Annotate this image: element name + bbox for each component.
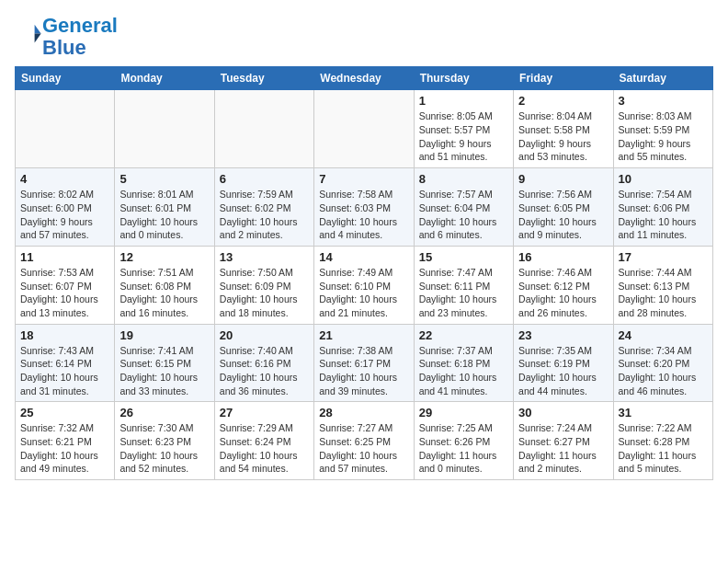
calendar-cell — [214, 90, 313, 168]
day-number: 15 — [419, 250, 508, 264]
svg-marker-1 — [35, 34, 41, 43]
calendar-cell: 7Sunrise: 7:58 AMSunset: 6:03 PMDaylight… — [314, 168, 414, 247]
calendar-cell — [314, 90, 414, 168]
calendar-cell: 2Sunrise: 8:04 AMSunset: 5:58 PMDaylight… — [514, 90, 613, 168]
day-number: 3 — [619, 94, 708, 108]
cell-content: Sunrise: 7:50 AMSunset: 6:09 PMDaylight:… — [220, 266, 309, 320]
day-number: 21 — [319, 328, 408, 342]
day-number: 20 — [220, 328, 309, 342]
calendar-header-row: SundayMondayTuesdayWednesdayThursdayFrid… — [16, 67, 713, 90]
calendar-cell: 8Sunrise: 7:57 AMSunset: 6:04 PMDaylight… — [414, 168, 513, 247]
cell-content: Sunrise: 8:01 AMSunset: 6:01 PMDaylight:… — [119, 188, 209, 242]
calendar-cell: 30Sunrise: 7:24 AMSunset: 6:27 PMDayligh… — [514, 402, 613, 480]
calendar-cell: 26Sunrise: 7:30 AMSunset: 6:23 PMDayligh… — [115, 402, 214, 480]
day-number: 1 — [419, 94, 508, 108]
page-header: GeneralBlue — [15, 15, 713, 59]
column-header-thursday: Thursday — [414, 67, 513, 90]
day-number: 8 — [419, 172, 508, 186]
cell-content: Sunrise: 7:30 AMSunset: 6:23 PMDaylight:… — [119, 421, 209, 476]
cell-content: Sunrise: 8:03 AMSunset: 5:59 PMDaylight:… — [619, 109, 708, 164]
day-number: 13 — [220, 250, 309, 264]
cell-content: Sunrise: 7:40 AMSunset: 6:16 PMDaylight:… — [220, 344, 309, 398]
calendar-cell: 21Sunrise: 7:38 AMSunset: 6:17 PMDayligh… — [314, 324, 414, 402]
calendar-cell: 1Sunrise: 8:05 AMSunset: 5:57 PMDaylight… — [414, 90, 513, 168]
cell-content: Sunrise: 7:53 AMSunset: 6:07 PMDaylight:… — [20, 266, 109, 320]
calendar-cell: 13Sunrise: 7:50 AMSunset: 6:09 PMDayligh… — [214, 246, 313, 324]
calendar-cell: 11Sunrise: 7:53 AMSunset: 6:07 PMDayligh… — [16, 246, 115, 324]
cell-content: Sunrise: 7:35 AMSunset: 6:19 PMDaylight:… — [518, 344, 608, 398]
calendar-cell: 10Sunrise: 7:54 AMSunset: 6:06 PMDayligh… — [613, 168, 712, 247]
day-number: 19 — [119, 328, 209, 342]
cell-content: Sunrise: 7:49 AMSunset: 6:10 PMDaylight:… — [319, 266, 408, 320]
cell-content: Sunrise: 7:47 AMSunset: 6:11 PMDaylight:… — [419, 266, 508, 320]
day-number: 7 — [319, 172, 408, 186]
column-header-saturday: Saturday — [613, 67, 712, 90]
calendar-cell: 14Sunrise: 7:49 AMSunset: 6:10 PMDayligh… — [314, 246, 414, 324]
calendar-table: SundayMondayTuesdayWednesdayThursdayFrid… — [15, 66, 713, 480]
logo-text: GeneralBlue — [42, 15, 118, 59]
cell-content: Sunrise: 7:38 AMSunset: 6:17 PMDaylight:… — [319, 344, 408, 398]
calendar-cell: 28Sunrise: 7:27 AMSunset: 6:25 PMDayligh… — [314, 402, 414, 480]
calendar-cell: 25Sunrise: 7:32 AMSunset: 6:21 PMDayligh… — [16, 402, 115, 480]
cell-content: Sunrise: 7:46 AMSunset: 6:12 PMDaylight:… — [518, 266, 608, 320]
calendar-week-2: 4Sunrise: 8:02 AMSunset: 6:00 PMDaylight… — [16, 168, 713, 247]
calendar-cell: 20Sunrise: 7:40 AMSunset: 6:16 PMDayligh… — [214, 324, 313, 402]
cell-content: Sunrise: 7:43 AMSunset: 6:14 PMDaylight:… — [20, 344, 109, 398]
column-header-wednesday: Wednesday — [314, 67, 414, 90]
cell-content: Sunrise: 8:04 AMSunset: 5:58 PMDaylight:… — [518, 109, 608, 164]
day-number: 23 — [518, 328, 608, 342]
calendar-cell — [16, 90, 115, 168]
calendar-cell: 18Sunrise: 7:43 AMSunset: 6:14 PMDayligh… — [16, 324, 115, 402]
cell-content: Sunrise: 7:58 AMSunset: 6:03 PMDaylight:… — [319, 188, 408, 242]
calendar-cell: 23Sunrise: 7:35 AMSunset: 6:19 PMDayligh… — [514, 324, 613, 402]
calendar-cell: 16Sunrise: 7:46 AMSunset: 6:12 PMDayligh… — [514, 246, 613, 324]
calendar-cell: 3Sunrise: 8:03 AMSunset: 5:59 PMDaylight… — [613, 90, 712, 168]
calendar-cell: 27Sunrise: 7:29 AMSunset: 6:24 PMDayligh… — [214, 402, 313, 480]
calendar-week-1: 1Sunrise: 8:05 AMSunset: 5:57 PMDaylight… — [16, 90, 713, 168]
day-number: 22 — [419, 328, 508, 342]
cell-content: Sunrise: 7:44 AMSunset: 6:13 PMDaylight:… — [619, 266, 708, 320]
cell-content: Sunrise: 7:37 AMSunset: 6:18 PMDaylight:… — [419, 344, 508, 398]
day-number: 6 — [220, 172, 309, 186]
cell-content: Sunrise: 8:05 AMSunset: 5:57 PMDaylight:… — [419, 109, 508, 164]
calendar-cell: 12Sunrise: 7:51 AMSunset: 6:08 PMDayligh… — [115, 246, 214, 324]
calendar-cell: 17Sunrise: 7:44 AMSunset: 6:13 PMDayligh… — [613, 246, 712, 324]
day-number: 10 — [619, 172, 708, 186]
calendar-cell: 5Sunrise: 8:01 AMSunset: 6:01 PMDaylight… — [115, 168, 214, 247]
cell-content: Sunrise: 7:56 AMSunset: 6:05 PMDaylight:… — [518, 188, 608, 242]
calendar-cell: 9Sunrise: 7:56 AMSunset: 6:05 PMDaylight… — [514, 168, 613, 247]
logo: GeneralBlue — [15, 15, 118, 59]
cell-content: Sunrise: 7:57 AMSunset: 6:04 PMDaylight:… — [419, 188, 508, 242]
day-number: 30 — [518, 406, 608, 419]
day-number: 17 — [619, 250, 708, 264]
day-number: 25 — [20, 406, 109, 419]
svg-marker-0 — [35, 25, 41, 34]
cell-content: Sunrise: 7:54 AMSunset: 6:06 PMDaylight:… — [619, 188, 708, 242]
day-number: 9 — [518, 172, 608, 186]
cell-content: Sunrise: 7:22 AMSunset: 6:28 PMDaylight:… — [619, 421, 708, 476]
day-number: 14 — [319, 250, 408, 264]
day-number: 29 — [419, 406, 508, 419]
cell-content: Sunrise: 7:29 AMSunset: 6:24 PMDaylight:… — [220, 421, 309, 476]
calendar-cell: 15Sunrise: 7:47 AMSunset: 6:11 PMDayligh… — [414, 246, 513, 324]
cell-content: Sunrise: 7:27 AMSunset: 6:25 PMDaylight:… — [319, 421, 408, 476]
calendar-cell: 24Sunrise: 7:34 AMSunset: 6:20 PMDayligh… — [613, 324, 712, 402]
calendar-cell — [115, 90, 214, 168]
column-header-sunday: Sunday — [16, 67, 115, 90]
calendar-week-5: 25Sunrise: 7:32 AMSunset: 6:21 PMDayligh… — [16, 402, 713, 480]
cell-content: Sunrise: 7:41 AMSunset: 6:15 PMDaylight:… — [119, 344, 209, 398]
cell-content: Sunrise: 7:51 AMSunset: 6:08 PMDaylight:… — [119, 266, 209, 320]
cell-content: Sunrise: 7:32 AMSunset: 6:21 PMDaylight:… — [20, 421, 109, 476]
cell-content: Sunrise: 7:59 AMSunset: 6:02 PMDaylight:… — [220, 188, 309, 242]
column-header-tuesday: Tuesday — [214, 67, 313, 90]
day-number: 28 — [319, 406, 408, 419]
day-number: 2 — [518, 94, 608, 108]
cell-content: Sunrise: 7:25 AMSunset: 6:26 PMDaylight:… — [419, 421, 508, 476]
day-number: 12 — [119, 250, 209, 264]
logo-icon — [17, 22, 42, 48]
day-number: 16 — [518, 250, 608, 264]
column-header-friday: Friday — [514, 67, 613, 90]
day-number: 31 — [619, 406, 708, 419]
day-number: 27 — [220, 406, 309, 419]
calendar-week-4: 18Sunrise: 7:43 AMSunset: 6:14 PMDayligh… — [16, 324, 713, 402]
